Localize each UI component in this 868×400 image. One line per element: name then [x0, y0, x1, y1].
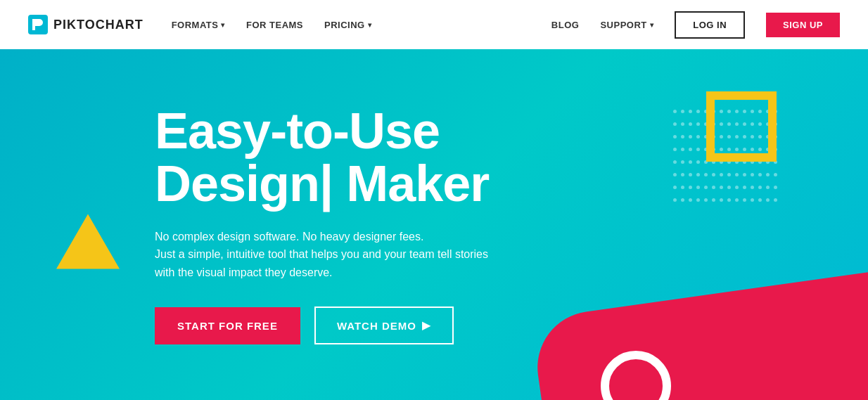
- watch-demo-label: WATCH DEMO: [337, 320, 416, 332]
- nav-pricing-label: PRICING: [324, 20, 365, 30]
- hero-title: Easy-to-Use Design| Maker: [155, 105, 489, 211]
- hero-subtitle-line3: with the visual impact they deserve.: [155, 266, 333, 278]
- square-outline-decoration: [706, 91, 777, 162]
- hero-subtitle-line2: Just a simple, intuitive tool that helps…: [155, 248, 488, 260]
- signup-button[interactable]: SIGN UP: [766, 13, 840, 37]
- navbar: PIKTOCHART FORMATS ▾ FOR TEAMS PRICING ▾…: [0, 0, 868, 49]
- nav-blog[interactable]: BLOG: [551, 20, 580, 30]
- nav-formats[interactable]: FORMATS ▾: [172, 20, 225, 30]
- nav-blog-label: BLOG: [551, 20, 580, 30]
- logo-text: PIKTOCHART: [53, 18, 143, 32]
- logo-icon: [28, 15, 48, 34]
- pink-wave-decoration: [530, 271, 868, 400]
- nav-formats-label: FORMATS: [172, 20, 219, 30]
- start-free-button[interactable]: START FOR FREE: [155, 307, 300, 344]
- nav-right: BLOG SUPPORT ▾ LOG IN SIGN UP: [551, 11, 840, 39]
- watch-demo-button[interactable]: WATCH DEMO ▶: [314, 307, 454, 344]
- hero-content: Easy-to-Use Design| Maker No complex des…: [155, 105, 489, 345]
- hero-title-line2: Design| Maker: [155, 155, 489, 212]
- hero-section: Easy-to-Use Design| Maker No complex des…: [0, 49, 868, 400]
- logo[interactable]: PIKTOCHART: [28, 15, 143, 34]
- nav-links: FORMATS ▾ FOR TEAMS PRICING ▾: [172, 20, 551, 30]
- chevron-down-icon-2: ▾: [368, 21, 372, 29]
- hero-subtitle: No complex design software. No heavy des…: [155, 228, 489, 282]
- nav-pricing[interactable]: PRICING ▾: [324, 20, 371, 30]
- hero-buttons: START FOR FREE WATCH DEMO ▶: [155, 307, 489, 344]
- nav-for-teams[interactable]: FOR TEAMS: [246, 20, 303, 30]
- chevron-down-icon-3: ▾: [650, 21, 654, 29]
- triangle-decoration: [56, 214, 120, 269]
- hero-title-line1: Easy-to-Use: [155, 103, 440, 159]
- nav-right-links: BLOG SUPPORT ▾: [551, 20, 653, 30]
- arrow-right-icon: ▶: [422, 319, 431, 332]
- hero-subtitle-line1: No complex design software. No heavy des…: [155, 231, 423, 243]
- nav-support-label: SUPPORT: [600, 20, 646, 30]
- login-button[interactable]: LOG IN: [675, 11, 745, 39]
- chevron-down-icon: ▾: [221, 21, 225, 29]
- nav-support[interactable]: SUPPORT ▾: [600, 20, 653, 30]
- nav-for-teams-label: FOR TEAMS: [246, 20, 303, 30]
